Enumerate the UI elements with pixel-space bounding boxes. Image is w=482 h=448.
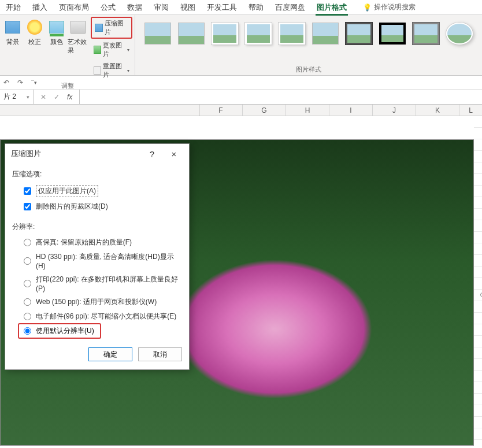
correct-label: 校正 <box>28 38 41 46</box>
col-header-j[interactable]: J <box>373 105 416 116</box>
name-box-value: 片 2 <box>3 92 16 102</box>
dialog-title: 压缩图片 <box>11 149 41 159</box>
col-header-i[interactable]: I <box>329 105 373 116</box>
radio-print-label[interactable]: 打印(220 ppi): 在多数打印机和屏幕上质量良好(P) <box>36 275 182 293</box>
reset-icon <box>94 66 101 75</box>
col-header-f[interactable]: F <box>199 105 243 116</box>
tab-baidu[interactable]: 百度网盘 <box>269 0 311 15</box>
tab-data[interactable]: 数据 <box>121 0 148 15</box>
name-box[interactable]: 片 2 ▾ <box>0 90 34 104</box>
radio-email-label[interactable]: 电子邮件(96 ppi): 尽可能缩小文档以便共享(E) <box>36 312 176 321</box>
cancel-button[interactable]: 取消 <box>138 347 182 361</box>
formula-bar: 片 2 ▾ ✕ ✓ fx <box>0 90 482 105</box>
tell-me-label: 操作说明搜索 <box>374 2 416 12</box>
undo-button[interactable]: ↶ <box>2 78 11 87</box>
compress-pictures-dialog: 压缩图片 ? × 压缩选项: 仅应用于此图片(A) 删除图片的剪裁区域(D) 分… <box>5 143 190 370</box>
sun-icon <box>27 20 42 35</box>
tab-view[interactable]: 视图 <box>175 0 201 15</box>
color-label: 颜色 <box>50 38 63 46</box>
tab-help[interactable]: 帮助 <box>243 0 269 15</box>
formula-input[interactable] <box>80 90 482 104</box>
apply-only-this-picture-checkbox[interactable] <box>24 187 31 195</box>
remove-bg-label: 背景 <box>6 38 19 46</box>
tab-picture-format[interactable]: 图片格式 <box>311 0 353 15</box>
radio-use-default[interactable] <box>24 327 31 335</box>
apply-only-label[interactable]: 仅应用于此图片(A) <box>36 185 98 197</box>
style-thumb-2[interactable] <box>178 23 205 45</box>
col-header-blank[interactable] <box>0 105 199 116</box>
style-thumb-8[interactable] <box>379 23 406 45</box>
grid-lines <box>474 116 482 448</box>
customize-qat-button[interactable]: ¯▾ <box>29 78 39 87</box>
ribbon-tabs: 开始 插入 页面布局 公式 数据 审阅 视图 开发工具 帮助 百度网盘 图片格式… <box>0 0 482 15</box>
radio-hd-330[interactable] <box>24 257 31 265</box>
chevron-down-icon: ▾ <box>27 94 29 100</box>
radio-high-fidelity-label[interactable]: 高保真: 保留原始图片的质量(F) <box>36 238 132 247</box>
remove-background-button[interactable]: 背景 <box>2 17 23 46</box>
chevron-down-icon: ▾ <box>127 47 129 53</box>
col-header-l[interactable]: L <box>459 105 482 116</box>
cancel-formula-button[interactable]: ✕ <box>38 93 49 101</box>
artistic-effects-button[interactable]: 艺术效果 <box>68 17 88 55</box>
radio-high-fidelity[interactable] <box>24 239 31 246</box>
change-picture-button[interactable]: 更改图片▾ <box>91 40 132 60</box>
lightbulb-icon: 💡 <box>363 3 372 12</box>
compression-options-label: 压缩选项: <box>12 167 182 183</box>
artistic-label: 艺术效果 <box>68 38 88 55</box>
enter-formula-button[interactable]: ✓ <box>51 93 62 101</box>
dialog-help-button[interactable]: ? <box>142 147 162 160</box>
radio-default-label[interactable]: 使用默认分辨率(U) <box>36 326 94 336</box>
dialog-close-button[interactable]: × <box>164 147 184 160</box>
tell-me-search[interactable]: 💡 操作说明搜索 <box>363 2 416 12</box>
col-header-k[interactable]: K <box>416 105 459 116</box>
style-thumb-9[interactable] <box>413 23 439 45</box>
tab-review[interactable]: 审阅 <box>148 0 175 15</box>
column-headers: F G H I J K L <box>0 105 482 116</box>
color-button[interactable]: 颜色 <box>46 17 67 46</box>
style-thumb-5[interactable] <box>279 23 305 45</box>
reset-label: 重置图片 <box>103 62 124 79</box>
fx-button[interactable]: fx <box>65 93 75 101</box>
delete-cropped-label[interactable]: 删除图片的剪裁区域(D) <box>36 202 108 212</box>
corrections-button[interactable]: 校正 <box>24 17 45 46</box>
compress-label: 压缩图片 <box>105 19 128 36</box>
tab-layout[interactable]: 页面布局 <box>53 0 95 15</box>
artistic-icon <box>71 21 86 34</box>
style-thumb-7[interactable] <box>346 23 372 45</box>
group-picture-styles: 图片样式 <box>135 15 482 75</box>
radio-email-96[interactable] <box>24 313 31 320</box>
change-label: 更改图片 <box>103 41 124 58</box>
tab-insert[interactable]: 插入 <box>27 0 53 15</box>
tab-dev[interactable]: 开发工具 <box>201 0 243 15</box>
style-thumb-1[interactable] <box>144 23 171 45</box>
style-thumb-4[interactable] <box>245 23 272 45</box>
style-thumb-3[interactable] <box>212 23 238 45</box>
reset-picture-button[interactable]: 重置图片▾ <box>91 61 132 80</box>
delete-cropped-areas-checkbox[interactable] <box>24 203 31 210</box>
compress-pictures-button[interactable]: 压缩图片 <box>91 17 132 39</box>
color-icon <box>49 21 64 34</box>
compress-icon <box>95 24 102 32</box>
radio-web-150[interactable] <box>24 298 31 306</box>
tab-start[interactable]: 开始 <box>0 0 27 15</box>
style-thumb-6[interactable] <box>312 23 339 45</box>
ok-button[interactable]: 确定 <box>88 347 132 361</box>
radio-web-label[interactable]: Web (150 ppi): 适用于网页和投影仪(W) <box>36 297 157 307</box>
chevron-down-icon: ▾ <box>127 68 129 73</box>
remove-bg-icon <box>5 21 20 34</box>
redo-button[interactable]: ↷ <box>16 78 25 87</box>
change-picture-icon <box>94 46 101 54</box>
radio-print-220[interactable] <box>24 280 31 287</box>
group-styles-label: 图片样式 <box>138 64 480 75</box>
style-thumb-10[interactable] <box>446 23 473 45</box>
col-header-h[interactable]: H <box>286 105 329 116</box>
resolution-label: 分辨率: <box>12 220 182 235</box>
group-adjust: 背景 校正 颜色 艺术效果 压缩图片 更改图片▾ <box>0 15 135 75</box>
col-header-g[interactable]: G <box>243 105 286 116</box>
tab-formula[interactable]: 公式 <box>95 0 121 15</box>
ribbon-content: 背景 校正 颜色 艺术效果 压缩图片 更改图片▾ <box>0 15 482 76</box>
radio-hd-label[interactable]: HD (330 ppi): 高质量, 适合高清晰度(HD)显示(H) <box>36 252 182 270</box>
